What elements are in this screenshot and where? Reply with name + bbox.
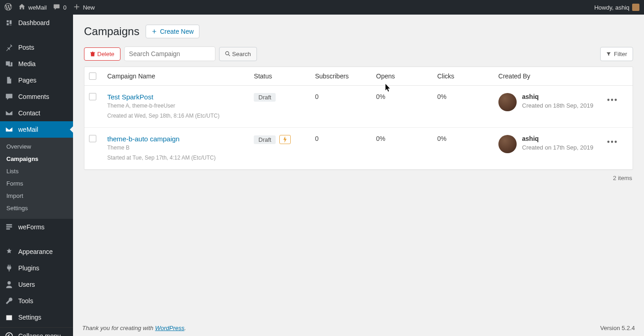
dots-icon bbox=[607, 98, 617, 101]
campaign-name-link[interactable]: theme-b-auto campaign bbox=[107, 135, 254, 143]
table-header: Campaign Name Status Subscribers Opens C… bbox=[84, 67, 633, 86]
sidebar-item-media[interactable]: Media bbox=[0, 56, 73, 72]
select-all-checkbox[interactable] bbox=[89, 72, 96, 80]
home-icon bbox=[18, 3, 26, 12]
sidebar-label-contact: Contact bbox=[18, 109, 40, 117]
dashboard-icon bbox=[5, 18, 14, 27]
submenu-item-import[interactable]: Import bbox=[0, 190, 73, 202]
clicks-value: 0% bbox=[437, 135, 498, 142]
settings-icon bbox=[5, 313, 14, 322]
subscribers-value: 0 bbox=[315, 135, 376, 142]
creator-avatar bbox=[498, 93, 517, 111]
creator-name: ashiq bbox=[522, 135, 593, 142]
plus-icon bbox=[73, 3, 80, 12]
collapse-icon bbox=[5, 331, 14, 336]
wp-logo-link[interactable] bbox=[5, 3, 12, 12]
users-icon bbox=[5, 280, 14, 289]
sidebar-item-tools[interactable]: Tools bbox=[0, 293, 73, 309]
table-row: Test SparkPostTheme A, theme-b-freeUserC… bbox=[84, 86, 633, 128]
page-title: Campaigns bbox=[84, 25, 139, 38]
sidebar-item-wpsettings[interactable]: Settings bbox=[0, 309, 73, 326]
sidebar-item-users[interactable]: Users bbox=[0, 276, 73, 293]
sidebar-item-plugins[interactable]: Plugins bbox=[0, 260, 73, 276]
admin-footer: Thank you for creating with WordPress. V… bbox=[73, 320, 644, 336]
toolbar-comments-link[interactable]: 0 bbox=[53, 3, 66, 12]
forms-icon bbox=[5, 222, 14, 232]
submenu-item-overview[interactable]: Overview bbox=[0, 140, 73, 153]
sidebar-item-wemail[interactable]: weMail bbox=[0, 121, 73, 138]
sidebar-item-comments[interactable]: Comments bbox=[0, 88, 73, 105]
sidebar-item-appearance[interactable]: Appearance bbox=[0, 243, 73, 260]
sidebar-label-weforms: weForms bbox=[18, 223, 45, 231]
search-label: Search bbox=[232, 51, 251, 57]
admin-sidebar: DashboardPostsMediaPagesCommentsContactw… bbox=[0, 15, 73, 336]
bolt-icon bbox=[283, 136, 288, 143]
filter-label: Filter bbox=[614, 51, 627, 57]
footer-wordpress-link[interactable]: WordPress bbox=[155, 325, 184, 331]
search-input[interactable] bbox=[124, 47, 215, 61]
delete-label: Delete bbox=[97, 51, 115, 57]
campaign-name-link[interactable]: Test SparkPost bbox=[107, 93, 254, 101]
sidebar-label-tools: Tools bbox=[18, 297, 33, 305]
footer-version: Version 5.2.4 bbox=[600, 325, 635, 331]
media-icon bbox=[5, 59, 14, 68]
campaign-table: Campaign Name Status Subscribers Opens C… bbox=[84, 67, 633, 170]
filter-icon bbox=[606, 52, 611, 57]
row-checkbox[interactable] bbox=[89, 93, 96, 100]
mail-icon bbox=[5, 109, 14, 118]
submenu-item-forms[interactable]: Forms bbox=[0, 177, 73, 190]
sidebar-label-appearance: Appearance bbox=[18, 248, 53, 255]
collapse-menu[interactable]: Collapse menu bbox=[0, 327, 73, 336]
sidebar-item-contact[interactable]: Contact bbox=[0, 105, 73, 121]
toolbar-new-link[interactable]: New bbox=[73, 3, 95, 12]
row-actions-button[interactable] bbox=[596, 135, 628, 149]
comments-icon bbox=[5, 92, 14, 101]
clicks-value: 0% bbox=[437, 93, 498, 100]
sidebar-item-weforms[interactable]: weForms bbox=[0, 219, 73, 235]
submenu-item-campaigns[interactable]: Campaigns bbox=[0, 153, 73, 165]
submenu-item-lists[interactable]: Lists bbox=[0, 165, 73, 177]
howdy-link[interactable]: Howdy, ashiq bbox=[594, 4, 639, 11]
row-checkbox[interactable] bbox=[89, 135, 96, 142]
col-subscribers: Subscribers bbox=[315, 72, 376, 80]
pages-icon bbox=[5, 76, 14, 85]
status-badge: Draft bbox=[254, 93, 276, 102]
creator-name: ashiq bbox=[522, 93, 593, 100]
sidebar-item-posts[interactable]: Posts bbox=[0, 39, 73, 56]
admin-toolbar: weMail 0 New Howdy, ashiq bbox=[0, 0, 644, 15]
col-name: Campaign Name bbox=[107, 72, 254, 80]
site-home-link[interactable]: weMail bbox=[18, 3, 47, 12]
col-opens: Opens bbox=[376, 72, 437, 80]
toolbar-comments-count: 0 bbox=[63, 4, 66, 11]
search-button[interactable]: Search bbox=[219, 47, 257, 61]
plus-icon bbox=[152, 29, 157, 34]
sidebar-label-wemail: weMail bbox=[18, 126, 38, 133]
col-clicks: Clicks bbox=[437, 72, 498, 80]
appearance-icon bbox=[5, 247, 14, 256]
tools-icon bbox=[5, 296, 14, 305]
items-total: 2 items bbox=[84, 170, 633, 181]
sidebar-item-pages[interactable]: Pages bbox=[0, 72, 73, 88]
col-status: Status bbox=[254, 72, 315, 80]
filter-button[interactable]: Filter bbox=[600, 47, 633, 61]
site-name: weMail bbox=[28, 4, 47, 11]
toolbar-new-label: New bbox=[83, 4, 95, 11]
sidebar-item-dashboard[interactable]: Dashboard bbox=[0, 15, 73, 31]
content-area: Campaigns Create New Delete Search Filte… bbox=[73, 15, 644, 336]
sidebar-label-posts: Posts bbox=[18, 44, 34, 51]
creator-avatar bbox=[498, 135, 517, 153]
table-row: theme-b-auto campaignTheme BStarted at T… bbox=[84, 128, 633, 170]
plugins-icon bbox=[5, 264, 14, 273]
col-createdby: Created By bbox=[498, 72, 596, 80]
delete-button[interactable]: Delete bbox=[84, 47, 120, 61]
footer-thanks-suffix: . bbox=[184, 325, 186, 331]
create-new-button[interactable]: Create New bbox=[146, 25, 199, 38]
row-actions-button[interactable] bbox=[596, 93, 628, 107]
status-badge: Draft bbox=[254, 135, 276, 144]
sidebar-label-media: Media bbox=[18, 60, 36, 67]
creator-date: Created on 17th Sep, 2019 bbox=[522, 144, 593, 151]
submenu-item-settings[interactable]: Settings bbox=[0, 202, 73, 214]
creator-date: Created on 18th Sep, 2019 bbox=[522, 102, 593, 109]
campaign-time: Started at Tue, Sep 17th, 4:12 AM (Etc/U… bbox=[107, 155, 254, 161]
subscribers-value: 0 bbox=[315, 93, 376, 100]
